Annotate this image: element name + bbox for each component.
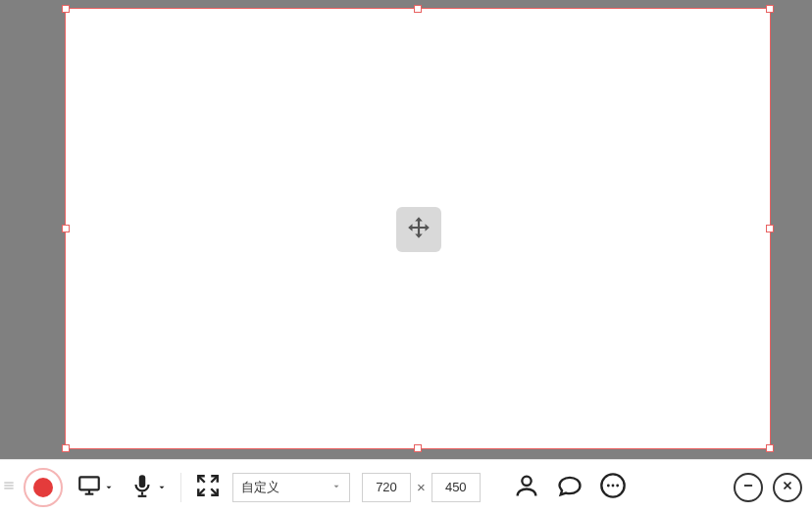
close-icon bbox=[781, 479, 794, 496]
svg-rect-7 bbox=[138, 494, 147, 496]
toolbar-divider bbox=[180, 473, 181, 502]
resize-handle-sw[interactable] bbox=[62, 444, 70, 452]
chevron-down-icon bbox=[155, 479, 167, 496]
record-button[interactable] bbox=[24, 468, 63, 507]
resize-handle-e[interactable] bbox=[766, 225, 774, 232]
annotation-button[interactable] bbox=[555, 473, 584, 502]
audio-source-button[interactable] bbox=[129, 468, 167, 507]
video-source-button[interactable] bbox=[76, 468, 114, 507]
monitor-icon bbox=[76, 473, 102, 502]
fullscreen-icon bbox=[195, 473, 221, 502]
record-icon bbox=[33, 478, 53, 497]
resize-handle-n[interactable] bbox=[414, 5, 422, 13]
svg-point-10 bbox=[607, 484, 610, 487]
close-button[interactable] bbox=[773, 473, 802, 502]
chevron-down-icon bbox=[102, 479, 114, 496]
more-button[interactable] bbox=[598, 473, 628, 502]
resize-handle-se[interactable] bbox=[766, 444, 774, 452]
move-handle[interactable] bbox=[396, 207, 441, 252]
toolbar: 自定义 × bbox=[0, 459, 812, 514]
menu-button[interactable] bbox=[0, 460, 18, 515]
svg-point-12 bbox=[616, 484, 619, 487]
svg-point-8 bbox=[522, 476, 531, 485]
more-icon bbox=[599, 472, 627, 503]
move-icon bbox=[406, 215, 431, 244]
capture-area[interactable] bbox=[65, 8, 771, 449]
svg-rect-3 bbox=[79, 477, 99, 489]
fullscreen-button[interactable] bbox=[195, 473, 221, 502]
resize-handle-w[interactable] bbox=[62, 225, 70, 232]
chevron-down-icon bbox=[331, 480, 341, 494]
resize-handle-nw[interactable] bbox=[62, 5, 70, 13]
capture-mode-label: 自定义 bbox=[241, 479, 279, 496]
minus-icon bbox=[741, 479, 755, 496]
webcam-button[interactable] bbox=[512, 473, 541, 502]
capture-mode-dropdown[interactable]: 自定义 bbox=[232, 473, 350, 502]
svg-rect-6 bbox=[141, 491, 143, 494]
menu-icon bbox=[2, 479, 16, 496]
person-icon bbox=[513, 472, 540, 503]
minimize-button[interactable] bbox=[734, 473, 763, 502]
width-input[interactable] bbox=[362, 473, 411, 502]
speech-bubble-icon bbox=[556, 472, 584, 503]
microphone-icon bbox=[129, 473, 155, 502]
resize-handle-ne[interactable] bbox=[766, 5, 774, 13]
resize-handle-s[interactable] bbox=[414, 444, 422, 452]
height-input[interactable] bbox=[431, 473, 481, 502]
times-label: × bbox=[417, 479, 426, 495]
svg-point-11 bbox=[611, 484, 614, 487]
